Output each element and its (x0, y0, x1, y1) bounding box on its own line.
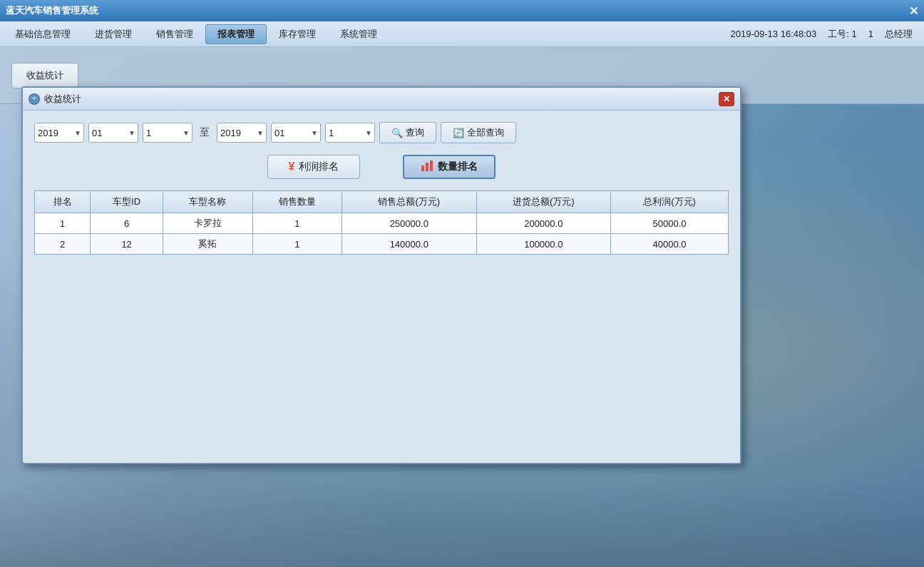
chart-icon (421, 160, 433, 174)
query-all-button[interactable]: 🔄 全部查询 (441, 122, 516, 143)
table-cell: 1 (252, 213, 342, 234)
table-body: 16卡罗拉1250000.0200000.050000.0212奚拓114000… (35, 213, 729, 255)
menu-system[interactable]: 系统管理 (328, 24, 389, 44)
table-header-row: 排名 车型ID 车型名称 销售数量 销售总额(万元) 进货总额(万元) 总利润(… (35, 191, 729, 213)
profit-rank-label: 利润排名 (299, 160, 339, 173)
window-close-button[interactable]: ✕ (909, 4, 918, 18)
main-content: 收益统计 收益统计 ✕ 2019 (0, 47, 924, 567)
query-all-btn-label: 全部查询 (467, 126, 504, 139)
dialog-body: 2019 2020 2021 ▼ 01020304 05060708 09101… (23, 111, 740, 266)
query-button[interactable]: 🔍 查询 (379, 122, 436, 143)
dialog-title: 收益统计 (29, 93, 81, 106)
role-display: 总经理 (885, 28, 913, 41)
datetime-display: 2019-09-13 16:48:03 (731, 29, 817, 39)
table-cell: 12 (91, 234, 163, 255)
dialog-title-bar: 收益统计 ✕ (23, 88, 740, 111)
user-id-display: 1 (868, 29, 873, 39)
menu-sales[interactable]: 销售管理 (144, 24, 205, 44)
table-row: 212奚拓1140000.0100000.040000.0 (35, 234, 729, 255)
from-year-wrapper: 2019 2020 2021 ▼ (34, 123, 84, 143)
from-month-wrapper: 01020304 05060708 09101112 ▼ (88, 123, 138, 143)
dialog-title-icon (29, 93, 40, 105)
results-table: 排名 车型ID 车型名称 销售数量 销售总额(万元) 进货总额(万元) 总利润(… (34, 190, 729, 255)
menu-basic-info[interactable]: 基础信息管理 (3, 24, 83, 44)
from-year-select[interactable]: 2019 2020 2021 (34, 123, 84, 143)
table-cell: 2 (35, 234, 91, 255)
table-cell: 卡罗拉 (163, 213, 252, 234)
table-cell: 140000.0 (342, 234, 477, 255)
svg-rect-3 (430, 160, 433, 171)
menu-reports[interactable]: 报表管理 (205, 24, 267, 44)
table-cell: 40000.0 (611, 234, 729, 255)
ranking-row: ¥ 利润排名 数量排名 (34, 155, 729, 179)
dialog-title-text: 收益统计 (44, 93, 81, 106)
col-sale-total: 销售总额(万元) (342, 191, 477, 213)
table-cell: 200000.0 (476, 213, 611, 234)
col-car-id: 车型ID (91, 191, 163, 213)
col-rank: 排名 (35, 191, 91, 213)
query-btn-label: 查询 (406, 126, 424, 139)
quantity-rank-label: 数量排名 (438, 160, 478, 173)
table-cell: 奚拓 (163, 234, 252, 255)
filter-separator: 至 (197, 126, 212, 139)
dialog-close-button[interactable]: ✕ (719, 92, 734, 106)
revenue-stats-button[interactable]: 收益统计 (11, 63, 78, 88)
profit-rank-button[interactable]: ¥ 利润排名 (267, 155, 360, 179)
col-profit: 总利润(万元) (611, 191, 729, 213)
to-month-wrapper: 01020304 05060708 09101112 ▼ (271, 123, 321, 143)
table-cell: 6 (91, 213, 163, 234)
revenue-stats-dialog: 收益统计 ✕ 2019 2020 2021 ▼ 01020304 (21, 86, 741, 464)
table-cell: 1 (35, 213, 91, 234)
from-day-wrapper: 12345 678910 1112131415 1617181920 21222… (143, 123, 192, 143)
filter-row: 2019 2020 2021 ▼ 01020304 05060708 09101… (34, 122, 729, 143)
menu-inventory[interactable]: 库存管理 (267, 24, 328, 44)
search-icon: 🔍 (391, 128, 403, 138)
to-year-select[interactable]: 2019 2020 2021 (217, 123, 267, 143)
col-sale-qty: 销售数量 (252, 191, 342, 213)
table-cell: 1 (252, 234, 342, 255)
menu-right-info: 2019-09-13 16:48:03 工号: 1 1 总经理 (731, 28, 921, 41)
app-title: 蓝天汽车销售管理系统 (6, 4, 98, 17)
menu-purchase[interactable]: 进货管理 (83, 24, 144, 44)
menu-bar: 基础信息管理 进货管理 销售管理 报表管理 库存管理 系统管理 2019-09-… (0, 21, 924, 47)
quantity-rank-button[interactable]: 数量排名 (403, 155, 496, 179)
svg-rect-2 (426, 163, 428, 171)
refresh-icon: 🔄 (453, 128, 464, 138)
table-cell: 100000.0 (476, 234, 611, 255)
table-cell: 250000.0 (342, 213, 477, 234)
to-year-wrapper: 2019 2020 2021 ▼ (217, 123, 267, 143)
svg-rect-1 (421, 165, 424, 171)
to-day-wrapper: 12345 678910 1112131415 1617181920 21222… (325, 123, 375, 143)
title-bar: 蓝天汽车销售管理系统 ✕ (0, 0, 924, 21)
table-cell: 50000.0 (611, 213, 729, 234)
work-id-display: 工号: 1 (828, 28, 856, 41)
to-month-select[interactable]: 01020304 05060708 09101112 (271, 123, 321, 143)
from-day-select[interactable]: 12345 678910 1112131415 1617181920 21222… (143, 123, 192, 143)
road-decoration (0, 481, 924, 567)
yuan-icon: ¥ (289, 160, 295, 173)
table-row: 16卡罗拉1250000.0200000.050000.0 (35, 213, 729, 234)
to-day-select[interactable]: 12345 678910 1112131415 1617181920 21222… (325, 123, 375, 143)
from-month-select[interactable]: 01020304 05060708 09101112 (88, 123, 138, 143)
col-purchase-total: 进货总额(万元) (476, 191, 611, 213)
col-car-name: 车型名称 (163, 191, 252, 213)
